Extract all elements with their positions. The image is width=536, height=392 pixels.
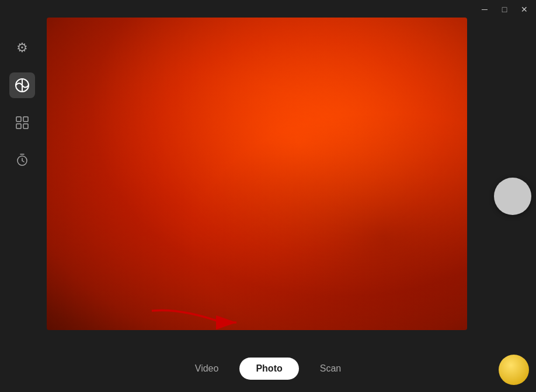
close-button[interactable]: ✕ [515,0,534,19]
tab-scan[interactable]: Scan [304,358,357,380]
shutter-button[interactable] [494,178,531,215]
grid-icon[interactable] [9,110,35,136]
tab-video[interactable]: Video [179,358,235,380]
minimize-button[interactable]: ─ [475,0,494,19]
right-panel [489,0,536,392]
timer-icon[interactable] [9,147,35,173]
tab-photo[interactable]: Photo [239,358,298,380]
svg-rect-4 [23,124,28,129]
mode-tabs: Video Photo Scan [179,358,357,380]
thumbnail-circle[interactable] [499,355,529,385]
flip-icon[interactable] [9,72,35,98]
maximize-button[interactable]: □ [495,0,514,19]
settings-icon[interactable]: ⚙ [9,35,35,61]
title-bar: ─ □ ✕ [475,0,536,19]
svg-rect-1 [16,117,21,122]
sidebar: ⚙ [0,0,44,392]
bottom-bar: Video Photo Scan [0,345,536,392]
svg-rect-3 [16,124,21,129]
camera-viewport [47,18,467,330]
svg-rect-2 [23,117,28,122]
